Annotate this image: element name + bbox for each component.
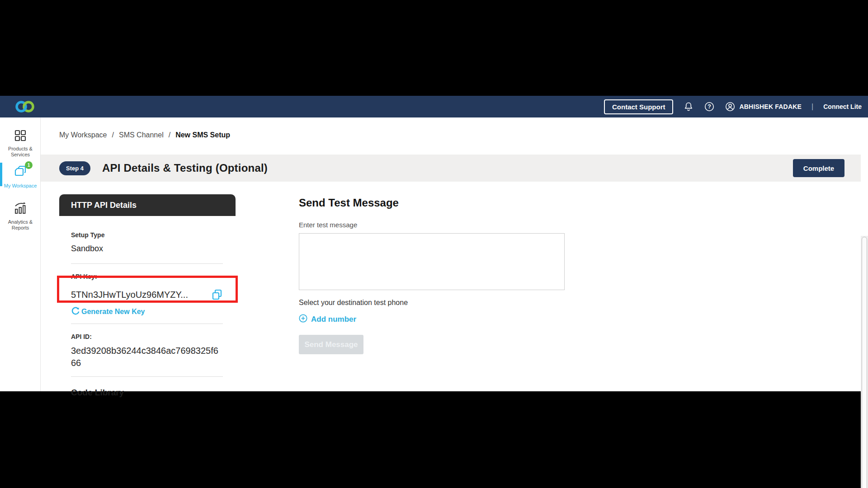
bar-chart-icon [14, 202, 27, 217]
scrollbar-thumb[interactable] [862, 237, 867, 488]
sidebar-item-label: Analytics & Reports [0, 219, 41, 231]
plan-label: Connect Lite [823, 103, 862, 110]
sidebar-item-label: My Workspace [0, 183, 41, 189]
generate-new-key-link[interactable]: Generate New Key [71, 306, 223, 317]
notification-bell-icon[interactable] [683, 101, 694, 112]
workspace-folders-icon: 1 [13, 164, 28, 181]
test-message-label: Enter test message [299, 221, 570, 229]
api-card-title: HTTP API Details [71, 201, 137, 210]
code-library-heading: Code Library [71, 388, 223, 398]
setup-type-value: Sandbox [71, 244, 223, 253]
page-title: API Details & Testing (Optional) [102, 162, 268, 174]
api-key-label: API Key: [71, 273, 223, 280]
refresh-icon [71, 306, 80, 317]
api-card-header: HTTP API Details [59, 194, 236, 216]
add-number-link[interactable]: Add number [299, 314, 570, 325]
breadcrumb: My Workspace / SMS Channel / New SMS Set… [59, 131, 230, 139]
sidebar-item-label: Products & Services [0, 146, 41, 158]
sidebar-item-products-services[interactable]: Products & Services [0, 129, 41, 158]
top-navbar: Contact Support ? ABHISHEK FADAKE [0, 96, 868, 117]
main-content-area: Products & Services 1 My Workspace [0, 117, 868, 391]
destination-phone-label: Select your destination test phone [299, 299, 570, 307]
sidebar-item-analytics-reports[interactable]: Analytics & Reports [0, 202, 41, 231]
send-message-button[interactable]: Send Message [299, 335, 363, 354]
workspace-notification-badge: 1 [25, 161, 33, 169]
api-id-value: 3ed39208b36244c3846ac7698325f666 [71, 345, 223, 369]
divider [71, 263, 223, 264]
step-badge: Step 4 [59, 161, 90, 175]
generate-new-key-label: Generate New Key [81, 308, 145, 316]
test-message-textarea[interactable] [299, 233, 565, 290]
send-test-message-section: Send Test Message Enter test message Sel… [299, 197, 570, 354]
step-header-band: Step 4 API Details & Testing (Optional) … [41, 155, 861, 182]
divider [71, 324, 223, 324]
breadcrumb-separator: / [169, 131, 170, 139]
user-menu[interactable]: ABHISHEK FADAKE [725, 101, 802, 112]
user-avatar-icon [725, 101, 736, 112]
complete-button[interactable]: Complete [793, 159, 844, 177]
copy-api-key-button[interactable] [211, 289, 223, 300]
api-id-label: API ID: [71, 333, 223, 340]
grid-icon [14, 129, 27, 144]
plus-circle-icon [299, 314, 307, 325]
sidebar: Products & Services 1 My Workspace [0, 117, 41, 391]
svg-text:?: ? [708, 103, 712, 110]
api-key-value: 5TNn3JHwTLyoUz96MYZY... [71, 290, 188, 300]
breadcrumb-separator: / [112, 131, 114, 139]
setup-type-label: Setup Type [71, 231, 223, 239]
http-api-details-card: HTTP API Details Setup Type Sandbox API … [59, 194, 236, 398]
section-title: Send Test Message [299, 197, 570, 209]
help-icon[interactable]: ? [704, 101, 715, 112]
breadcrumb-current-page: New SMS Setup [175, 131, 230, 139]
contact-support-button[interactable]: Contact Support [604, 99, 674, 114]
divider [71, 376, 223, 377]
breadcrumb-my-workspace[interactable]: My Workspace [59, 131, 107, 139]
topbar-divider: | [811, 103, 813, 111]
breadcrumb-sms-channel[interactable]: SMS Channel [119, 131, 164, 139]
add-number-label: Add number [311, 315, 356, 324]
brand-logo-icon[interactable] [14, 100, 38, 113]
scrollbar-track[interactable] [861, 236, 868, 488]
copy-icon [211, 295, 223, 302]
user-name: ABHISHEK FADAKE [739, 103, 802, 110]
sidebar-item-my-workspace[interactable]: 1 My Workspace [0, 164, 41, 189]
